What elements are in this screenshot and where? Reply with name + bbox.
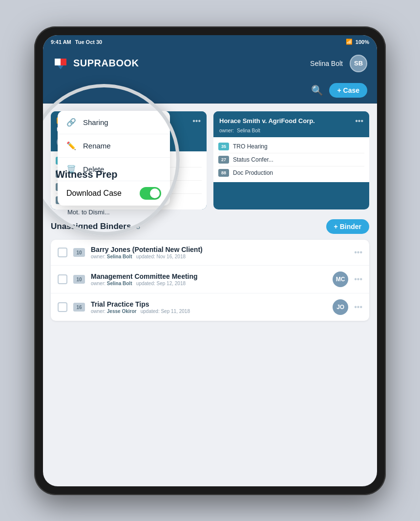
menu-item-download[interactable]: Download Case [58,181,170,206]
binder-title-2: Management Committee Meeting [91,272,327,280]
binder-more-2[interactable]: ••• [354,275,362,284]
status-bar-right: 📶 100% [346,39,369,45]
case-2-binders: 35 TRO Hearing 27 Status Confer... 88 Do… [213,137,369,182]
date-display: Tue Oct 30 [75,39,102,45]
binder-meta-3: owner: Jesse Okiror updated: Sep 11, 201… [91,309,327,314]
menu-sharing-label: Sharing [83,118,108,126]
binder-num-16: 16 [73,303,85,312]
binder-name-doc-production: Doc Production [233,169,273,176]
battery-display: 100% [356,39,369,45]
time-display: 9:41 AM [51,39,71,45]
svg-marker-1 [55,59,61,65]
menu-item-delete[interactable]: 🗑️ Delete [58,158,170,181]
list-item-1[interactable]: 10 Barry Jones (Potential New Client) ow… [51,240,369,266]
binder-title-3: Trial Practice Tips [91,300,327,308]
search-bar-area: 🔍 + Case [43,78,377,104]
device-frame: 9:41 AM Tue Oct 30 📶 100% SUPRABOOK Sel [34,26,386,495]
unassigned-binder-list: 10 Barry Jones (Potential New Client) ow… [51,240,369,321]
case-2-meta: Horace Smith v. AgriFood Corp. ••• [219,117,363,125]
binder-info-1: Barry Jones (Potential New Client) owner… [91,246,348,259]
case-2-owner: Selina Bolt [237,128,260,133]
binder-info-2: Management Committee Meeting owner: Seli… [91,272,327,286]
case-card-2[interactable]: Horace Smith v. AgriFood Corp. ••• owner… [213,111,369,210]
status-bar-left: 9:41 AM Tue Oct 30 [51,39,102,45]
binder-doc-production[interactable]: 88 Doc Production [218,167,364,179]
case-2-more-button[interactable]: ••• [355,117,363,125]
case-2-title: Horace Smith v. AgriFood Corp. [219,117,315,125]
svg-marker-2 [61,59,66,65]
rename-icon: ✏️ [66,141,76,150]
download-toggle[interactable] [140,187,161,200]
case-2-owner-label: owner: [219,128,234,133]
binder-name-status-confer: Status Confer... [233,156,273,163]
menu-download-label: Download Case [66,189,122,198]
app-name: SUPRABOOK [73,58,139,69]
app-logo-icon [53,56,68,71]
binder-count-88: 88 [218,169,229,177]
menu-item-rename[interactable]: ✏️ Rename [58,134,170,158]
checkbox-3[interactable] [58,302,67,312]
binder-avatar-2: MC [333,271,348,287]
binder-more-3[interactable]: ••• [354,303,362,312]
context-menu: 🔗 Sharing ✏️ Rename 🗑️ Delete Download C… [58,111,170,206]
binder-meta-2: owner: Selina Bolt updated: Sep 12, 2018 [91,281,327,286]
search-icon[interactable]: 🔍 [311,84,323,96]
binder-name-tro-hearing: TRO Hearing [233,143,268,150]
binder-meta-1: owner: Selina Bolt updated: Nov 16, 2018 [91,254,348,259]
binder-more-1[interactable]: ••• [354,248,362,257]
menu-item-sharing[interactable]: 🔗 Sharing [58,111,170,134]
case-2-info: Horace Smith v. AgriFood Corp. [219,117,315,125]
binder-count-27: 27 [218,156,229,164]
menu-rename-label: Rename [83,142,111,150]
section-title-area: Unassigned Binders 3 [51,222,140,231]
section-count: 3 [136,222,140,230]
binder-num-10b: 10 [73,275,85,284]
user-avatar[interactable]: SB [350,55,367,72]
list-item-3[interactable]: 16 Trial Practice Tips owner: Jesse Okir… [51,293,369,321]
case-card-2-header: Horace Smith v. AgriFood Corp. ••• owner… [213,111,369,138]
binder-tro-hearing[interactable]: 35 TRO Hearing [218,140,364,153]
user-name-label: Selina Bolt [310,60,343,67]
checkbox-2[interactable] [58,274,67,284]
device-screen: 9:41 AM Tue Oct 30 📶 100% SUPRABOOK Sel [43,35,377,486]
case-1-more-button[interactable]: ••• [192,117,201,125]
binder-avatar-3: JO [333,299,348,315]
binder-status-confer[interactable]: 27 Status Confer... [218,153,364,167]
checkbox-1[interactable] [58,248,67,257]
section-title: Unassigned Binders [51,222,131,231]
logo-area: SUPRABOOK [53,56,139,71]
binder-num-10a: 10 [73,248,85,257]
wifi-icon: 📶 [346,39,353,45]
add-case-button[interactable]: + Case [329,83,367,98]
menu-delete-label: Delete [83,165,104,173]
toggle-knob [150,188,160,198]
unassigned-section-header: Unassigned Binders 3 + Binder [51,219,369,234]
header-right: Selina Bolt SB [310,55,367,72]
case-2-owner-row: owner: Selina Bolt [219,128,363,133]
status-bar: 9:41 AM Tue Oct 30 📶 100% [43,35,377,49]
add-binder-button[interactable]: + Binder [326,219,369,234]
list-item-2[interactable]: 10 Management Committee Meeting owner: S… [51,266,369,293]
delete-icon: 🗑️ [66,165,76,174]
binder-count-35: 35 [218,143,229,150]
sharing-icon: 🔗 [66,118,76,127]
binder-info-3: Trial Practice Tips owner: Jesse Okiror … [91,300,327,314]
binder-title-1: Barry Jones (Potential New Client) [91,246,348,253]
app-header: SUPRABOOK Selina Bolt SB [43,49,377,78]
